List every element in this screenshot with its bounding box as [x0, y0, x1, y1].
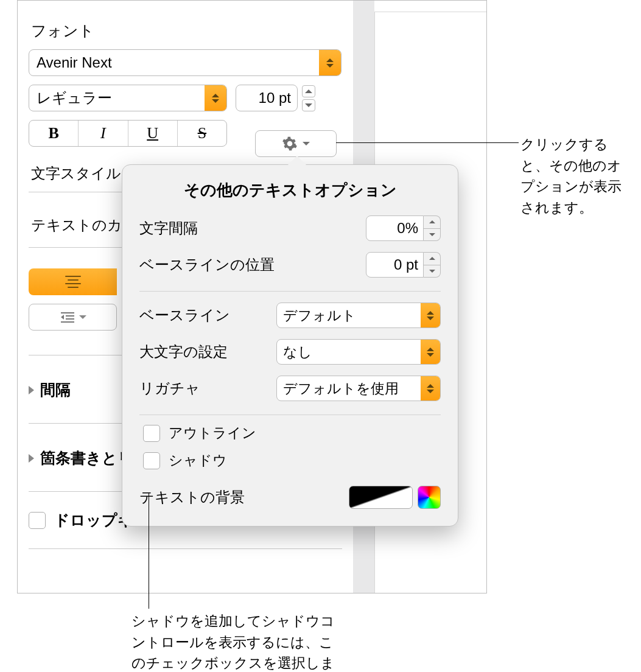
- dropdown-toggle-icon: [319, 50, 341, 75]
- char-spacing-stepper[interactable]: 0%: [366, 215, 441, 241]
- align-center-icon: [65, 276, 81, 288]
- callout-line: [336, 142, 519, 143]
- baseline-value: デフォルト: [283, 306, 421, 325]
- chevron-right-icon: [29, 386, 34, 394]
- spacing-label: 間隔: [40, 380, 71, 400]
- caps-value: なし: [283, 343, 421, 362]
- baseline-shift-up[interactable]: [424, 253, 440, 265]
- font-section-title: フォント: [31, 21, 342, 41]
- indent-button[interactable]: [29, 304, 117, 331]
- callout-line: [149, 493, 149, 609]
- caps-label: 大文字の設定: [139, 342, 276, 362]
- font-family-value: Avenir Next: [37, 54, 319, 71]
- caps-dropdown[interactable]: なし: [276, 339, 441, 365]
- advanced-text-options-popover: その他のテキストオプション 文字間隔 0% ベースラインの位置 0 pt ベース…: [122, 164, 458, 527]
- ligature-value: デフォルトを使用: [283, 379, 421, 398]
- strikethrough-button[interactable]: S: [178, 121, 226, 146]
- dropdown-toggle-icon: [205, 85, 226, 111]
- dropdown-toggle-icon: [421, 340, 440, 364]
- text-background-label: テキストの背景: [139, 488, 349, 507]
- underline-button[interactable]: U: [128, 121, 178, 146]
- text-background-color-well[interactable]: [349, 486, 413, 509]
- char-spacing-down[interactable]: [424, 229, 440, 241]
- align-center-button[interactable]: [29, 268, 117, 295]
- callout-shadow-text: シャドウを追加してシャドウコントロールを表示するには、このチェックボックスを選択…: [131, 611, 338, 672]
- char-spacing-value[interactable]: 0%: [366, 215, 424, 241]
- outline-row[interactable]: アウトライン: [143, 424, 441, 443]
- font-size-stepper[interactable]: 10 pt: [236, 85, 316, 111]
- shadow-checkbox[interactable]: [143, 452, 160, 469]
- advanced-options-button[interactable]: [255, 130, 337, 157]
- baseline-dropdown[interactable]: デフォルト: [276, 303, 441, 328]
- indent-icon: [60, 311, 75, 323]
- font-size-value[interactable]: 10 pt: [236, 85, 298, 111]
- divider: [29, 548, 342, 549]
- shadow-label: シャドウ: [169, 451, 227, 470]
- font-family-dropdown[interactable]: Avenir Next: [29, 49, 342, 76]
- font-style-value: レギュラー: [37, 88, 205, 108]
- baseline-shift-stepper[interactable]: 0 pt: [366, 252, 441, 278]
- color-picker-button[interactable]: [418, 486, 441, 509]
- divider: [139, 415, 441, 415]
- divider: [139, 291, 441, 292]
- char-spacing-label: 文字間隔: [139, 219, 366, 238]
- gear-icon: [282, 136, 298, 152]
- char-spacing-up[interactable]: [424, 216, 440, 229]
- chevron-down-icon: [303, 142, 310, 145]
- font-size-up[interactable]: [302, 85, 315, 97]
- ligature-dropdown[interactable]: デフォルトを使用: [276, 376, 441, 401]
- bullets-label: 箇条書きとリ: [40, 448, 133, 468]
- ligature-label: リガチャ: [139, 379, 276, 398]
- baseline-shift-label: ベースラインの位置: [139, 255, 366, 275]
- baseline-shift-down[interactable]: [424, 265, 440, 278]
- dropdown-toggle-icon: [421, 376, 440, 401]
- popover-title: その他のテキストオプション: [139, 180, 441, 201]
- dropcap-checkbox[interactable]: [29, 512, 46, 529]
- shadow-row[interactable]: シャドウ: [143, 451, 441, 470]
- baseline-label: ベースライン: [139, 306, 276, 325]
- svg-marker-4: [61, 315, 64, 320]
- bold-button[interactable]: B: [29, 121, 79, 146]
- dropdown-toggle-icon: [421, 303, 440, 327]
- baseline-shift-value[interactable]: 0 pt: [366, 252, 424, 278]
- chevron-right-icon: [29, 454, 34, 463]
- outline-checkbox[interactable]: [143, 425, 160, 442]
- outline-label: アウトライン: [169, 424, 256, 443]
- callout-gear-text: クリックすると、その他のオプションが表示されます。: [520, 134, 633, 218]
- italic-button[interactable]: I: [79, 121, 128, 146]
- font-style-segment: B I U S: [29, 120, 227, 147]
- chevron-down-icon: [79, 315, 86, 319]
- font-style-dropdown[interactable]: レギュラー: [29, 85, 227, 111]
- font-size-down[interactable]: [302, 99, 315, 111]
